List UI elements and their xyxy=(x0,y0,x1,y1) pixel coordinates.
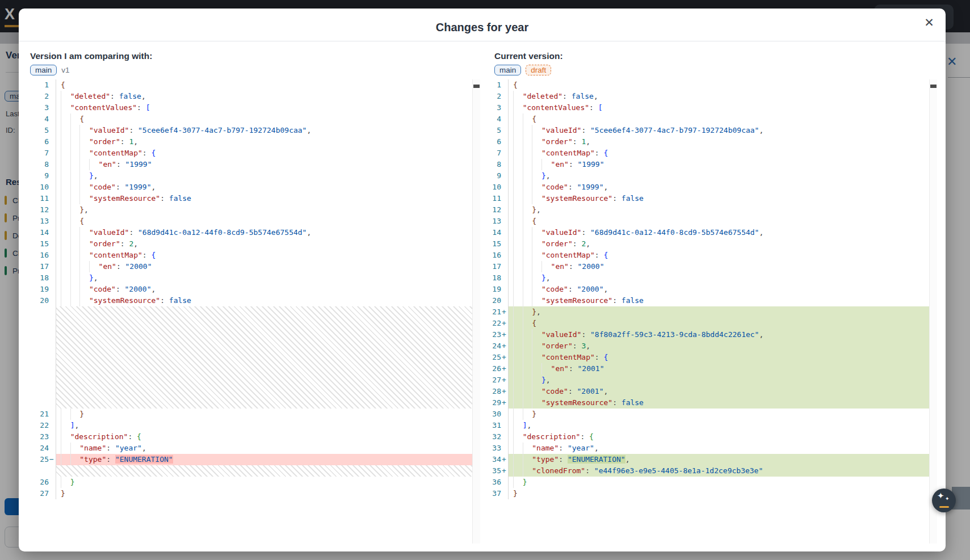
scrollbar-right[interactable] xyxy=(929,79,937,544)
ai-assistant-button[interactable]: ✦ ✦ xyxy=(932,489,956,512)
diff-line: 15"order": 2, xyxy=(28,238,473,250)
diff-line: 16"contentMap": { xyxy=(480,250,930,261)
diff-line: 13{ xyxy=(28,216,473,227)
diff-line: 14"valueId": "68d9d41c-0a12-44f0-8cd9-5b… xyxy=(28,227,473,238)
diff-editor-right[interactable]: 1{2"deleted": false,3"contentValues": [4… xyxy=(480,79,937,544)
compare-version-badges: main v1 xyxy=(30,65,70,75)
compare-version-heading: Version I am comparing with: xyxy=(30,51,152,61)
diff-line: 1{ xyxy=(480,79,930,91)
diff-line: 8"en": "1999" xyxy=(480,159,930,170)
diff-line: 3"contentValues": [ xyxy=(28,102,473,113)
header-divider xyxy=(19,41,946,41)
diff-line: 31], xyxy=(480,420,930,431)
diff-line: 26} xyxy=(28,477,473,488)
diff-line: 24"name": "year", xyxy=(28,443,473,454)
diff-line: 6"order": 1, xyxy=(28,136,473,148)
diff-line: 7"contentMap": { xyxy=(28,148,473,159)
diff-line: 10"code": "1999", xyxy=(480,182,930,193)
diff-line: 19"code": "2000", xyxy=(480,284,930,295)
diff-line: 14"valueId": "68d9d41c-0a12-44f0-8cd9-5b… xyxy=(480,227,930,238)
diff-line: 13{ xyxy=(480,216,930,227)
diff-line: 2"deleted": false, xyxy=(28,91,473,102)
diff-lines-right: 1{2"deleted": false,3"contentValues": [4… xyxy=(480,79,930,544)
dialog-title: Changes for year xyxy=(19,21,946,34)
diff-line: 6"order": 1, xyxy=(480,136,930,148)
diff-line: 32"description": { xyxy=(480,431,930,443)
scrollbar-left[interactable] xyxy=(472,79,480,544)
diff-line: 7"contentMap": { xyxy=(480,148,930,159)
diff-line: 20"systemResource": false xyxy=(28,295,473,306)
branch-badge: main xyxy=(30,65,57,75)
diff-overview-marker xyxy=(473,85,480,88)
assistant-underline xyxy=(939,506,949,508)
diff-line: 17"en": "2000" xyxy=(480,261,930,272)
diff-line: 20"systemResource": false xyxy=(480,295,930,306)
diff-line: 22], xyxy=(28,420,473,431)
sparkle-icon-small: ✦ xyxy=(945,496,950,502)
diff-line: 28+"code": "2001", xyxy=(480,386,930,397)
diff-line: 24+"order": 3, xyxy=(480,340,930,352)
diff-line: 18}, xyxy=(28,272,473,284)
diff-line: 4{ xyxy=(480,113,930,125)
diff-overview-marker xyxy=(930,85,937,88)
diff-line: 15"order": 2, xyxy=(480,238,930,250)
diff-line: 5"valueId": "5cee6ef4-3077-4ac7-b797-192… xyxy=(480,125,930,136)
diff-line: 33"name": "year", xyxy=(480,443,930,454)
diff-line: 16"contentMap": { xyxy=(28,250,473,261)
diff-lines-left: 1{2"deleted": false,3"contentValues": [4… xyxy=(28,79,473,544)
diff-line: 23+"valueId": "8f80a2ff-59c3-4213-9cda-8… xyxy=(480,329,930,340)
draft-badge: draft xyxy=(526,65,551,75)
sparkle-icon: ✦ xyxy=(937,491,944,501)
diff-line: 30} xyxy=(480,409,930,420)
diff-line: 26+"en": "2001" xyxy=(480,363,930,374)
diff-line: 21} xyxy=(28,409,473,420)
diff-line: 37} xyxy=(480,488,930,499)
diff-line: 19"code": "2000", xyxy=(28,284,473,295)
diff-line: 35+"clonedFrom": "e44f96e3-e9e5-4405-8e1… xyxy=(480,465,930,477)
close-icon[interactable]: ✕ xyxy=(922,15,937,30)
diff-line: 25−"type": "ENUMERATION" xyxy=(28,454,473,465)
diff-line: 25+"contentMap": { xyxy=(480,352,930,363)
diff-line: 17"en": "2000" xyxy=(28,261,473,272)
diff-line: 12}, xyxy=(28,204,473,216)
diff-line: 10"code": "1999", xyxy=(28,182,473,193)
diff-line: 29+"systemResource": false xyxy=(480,397,930,409)
diff-line: 21+}, xyxy=(480,306,930,318)
diff-line: 4{ xyxy=(28,113,473,125)
diff-line: 27} xyxy=(28,488,473,499)
current-version-heading: Current version: xyxy=(494,51,563,61)
diff-editor-left[interactable]: 1{2"deleted": false,3"contentValues": [4… xyxy=(28,79,480,544)
diff-line: 9}, xyxy=(28,170,473,182)
diff-line: 5"valueId": "5cee6ef4-3077-4ac7-b797-192… xyxy=(28,125,473,136)
diff-line: 12}, xyxy=(480,204,930,216)
diff-line: 9}, xyxy=(480,170,930,182)
diff-line: 22+{ xyxy=(480,318,930,329)
diff-line: 1{ xyxy=(28,79,473,91)
changes-dialog: Changes for year ✕ Version I am comparin… xyxy=(19,9,946,551)
diff-line: 18}, xyxy=(480,272,930,284)
diff-collapsed-region xyxy=(56,465,473,477)
diff-line: 23"description": { xyxy=(28,431,473,443)
diff-line: 27+}, xyxy=(480,374,930,386)
diff-collapsed-region xyxy=(56,306,473,409)
diff-line: 34+"type": "ENUMERATION", xyxy=(480,454,930,465)
diff-line: 8"en": "1999" xyxy=(28,159,473,170)
branch-badge: main xyxy=(494,65,521,75)
diff-line: 11"systemResource": false xyxy=(28,193,473,204)
diff-line: 36} xyxy=(480,477,930,488)
version-label: v1 xyxy=(61,66,69,74)
diff-line: 2"deleted": false, xyxy=(480,91,930,102)
diff-line: 3"contentValues": [ xyxy=(480,102,930,113)
current-version-badges: main draft xyxy=(494,65,551,75)
diff-line: 11"systemResource": false xyxy=(480,193,930,204)
